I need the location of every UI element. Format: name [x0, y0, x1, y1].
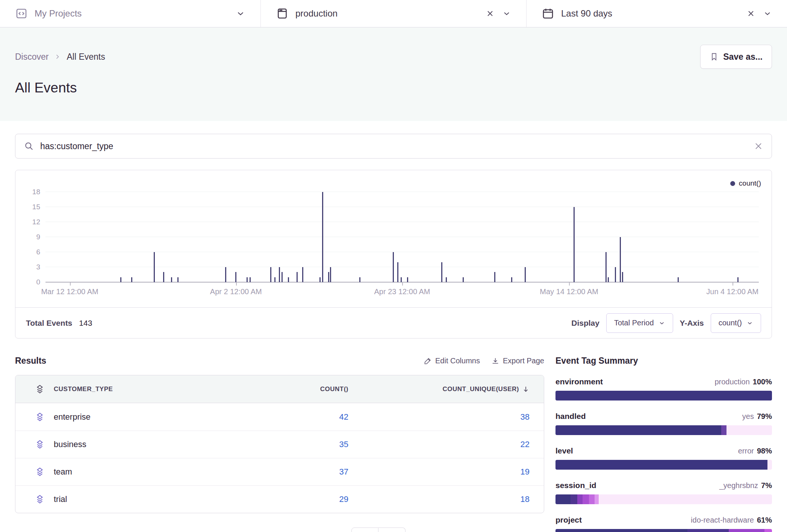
edit-columns-label: Edit Columns: [435, 357, 480, 365]
tag-bar-segment[interactable]: [764, 529, 772, 532]
column-header-count[interactable]: COUNT(): [232, 385, 348, 393]
count-cell[interactable]: 42: [339, 412, 348, 422]
tag-bar-segment[interactable]: [595, 494, 599, 504]
export-page-label: Export Page: [503, 357, 544, 365]
tag-bar-segment[interactable]: [555, 391, 772, 401]
chart-bar: [737, 277, 739, 282]
tag-bar-segment[interactable]: [729, 529, 764, 532]
date-range-selector[interactable]: Last 90 days: [526, 0, 787, 27]
breadcrumb-discover[interactable]: Discover: [15, 52, 48, 62]
tag-bar-segment[interactable]: [599, 494, 772, 504]
chevron-down-icon[interactable]: [502, 9, 511, 18]
project-selector-label: My Projects: [35, 8, 82, 19]
chart-bar: [574, 207, 575, 282]
y-axis-tick-label: 6: [36, 248, 40, 256]
tag-bar-segment[interactable]: [583, 494, 589, 504]
search-input[interactable]: [40, 141, 748, 151]
pagination-prev-button[interactable]: [351, 527, 378, 532]
y-axis-select[interactable]: count(): [711, 313, 761, 333]
layers-icon: [15, 467, 45, 477]
search-bar: [15, 134, 772, 159]
chart-bar: [525, 267, 526, 282]
tag-bar-segment[interactable]: [555, 425, 721, 435]
display-select[interactable]: Total Period: [606, 313, 673, 333]
count-unique-cell[interactable]: 19: [521, 467, 530, 477]
tag-bar-segment[interactable]: [589, 494, 594, 504]
edit-columns-button[interactable]: Edit Columns: [424, 357, 480, 365]
count-cell[interactable]: 29: [339, 494, 348, 504]
window-icon: [276, 7, 289, 20]
pencil-icon: [424, 357, 432, 365]
tag-distribution-bar[interactable]: [555, 494, 772, 504]
results-title: Results: [15, 356, 46, 366]
gridline: [45, 192, 759, 192]
layers-icon: [15, 440, 45, 449]
search-icon: [24, 141, 34, 151]
sort-desc-icon: [522, 385, 530, 393]
chart-bar: [297, 272, 298, 282]
column-header-customer-type[interactable]: CUSTOMER_TYPE: [45, 385, 232, 393]
chart-bar: [250, 277, 251, 282]
save-as-button[interactable]: Save as...: [700, 45, 772, 69]
event-tag-summary-title: Event Tag Summary: [555, 356, 772, 366]
breadcrumb: Discover All Events: [15, 52, 105, 62]
pagination: [351, 527, 544, 532]
column-header-count-unique[interactable]: COUNT_UNIQUE(USER): [348, 385, 544, 393]
y-axis-tick-label: 18: [32, 188, 40, 196]
tag-distribution-bar[interactable]: [555, 460, 772, 470]
chart-footer: Total Events 143 Display Total Period Y-…: [15, 307, 772, 338]
tag-name: handled: [555, 412, 586, 421]
count-cell[interactable]: 37: [339, 467, 348, 476]
chart-bar: [615, 267, 616, 282]
tag-bar-segment[interactable]: [555, 494, 571, 504]
tag-bar-segment[interactable]: [721, 425, 726, 435]
x-axis-tick-label: Apr 23 12:00 AM: [374, 287, 430, 296]
table-row: team3719: [15, 458, 544, 485]
tag-bar-segment[interactable]: [571, 494, 577, 504]
customer-type-cell: team: [45, 467, 232, 477]
tag-group: levelerror98%: [555, 446, 772, 470]
count-unique-cell[interactable]: 38: [521, 412, 530, 422]
tag-group: handledyes79%: [555, 412, 772, 435]
chart-plot-area: 0369121518Mar 12 12:00 AMApr 2 12:00 AMA…: [45, 192, 759, 282]
environment-selector[interactable]: production: [260, 0, 526, 27]
total-events-label: Total Events: [26, 319, 72, 328]
tag-bar-segment[interactable]: [555, 460, 767, 470]
y-axis-label: Y-Axis: [680, 319, 704, 328]
tag-bar-segment[interactable]: [687, 529, 728, 532]
count-unique-cell[interactable]: 22: [521, 440, 530, 449]
x-axis-tick-label: Jun 4 12:00 AM: [706, 287, 758, 296]
tag-bar-segment[interactable]: [555, 529, 687, 532]
export-page-button[interactable]: Export Page: [491, 357, 544, 365]
chart-bar: [282, 272, 283, 282]
tag-top-percentage: 100%: [753, 378, 772, 386]
count-cell[interactable]: 35: [339, 440, 348, 449]
clear-date-range-icon[interactable]: [746, 9, 755, 18]
chart-bar: [322, 192, 323, 282]
results-table-header: CUSTOMER_TYPE COUNT() COUNT_UNIQUE(USER): [15, 375, 544, 403]
chart-bar: [393, 252, 394, 282]
project-selector[interactable]: My Projects: [0, 0, 260, 27]
chart-bar: [397, 262, 398, 282]
pagination-next-button[interactable]: [378, 527, 406, 532]
chevron-down-icon[interactable]: [763, 9, 772, 18]
chevron-down-icon[interactable]: [236, 9, 245, 18]
event-tag-summary: Event Tag Summary environmentproduction1…: [555, 356, 772, 532]
total-events-value: 143: [79, 319, 92, 328]
chart-bar: [154, 252, 155, 282]
tag-bar-segment[interactable]: [577, 494, 583, 504]
chart-bar: [274, 277, 275, 282]
chart-legend[interactable]: count(): [730, 179, 761, 187]
x-axis-tick: [569, 282, 570, 286]
tag-bar-segment[interactable]: [726, 425, 772, 435]
table-row: enterprise4238: [15, 403, 544, 431]
y-axis-tick-label: 0: [36, 278, 40, 286]
chart-bar: [288, 277, 289, 282]
clear-environment-icon[interactable]: [486, 9, 495, 18]
tag-distribution-bar[interactable]: [555, 529, 772, 532]
clear-search-icon[interactable]: [754, 141, 763, 151]
tag-bar-segment[interactable]: [767, 460, 772, 470]
tag-distribution-bar[interactable]: [555, 425, 772, 435]
count-unique-cell[interactable]: 18: [521, 494, 530, 504]
tag-distribution-bar[interactable]: [555, 391, 772, 401]
